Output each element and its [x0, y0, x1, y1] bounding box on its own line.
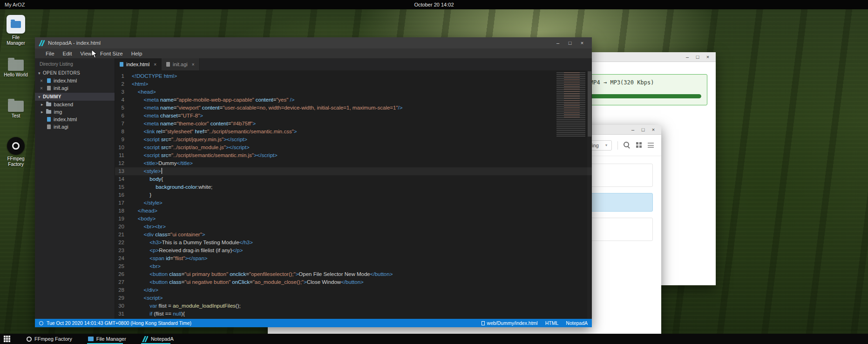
- code-line[interactable]: 25 <br>: [115, 262, 592, 270]
- code-line[interactable]: 4 <meta name="apple-mobile-web-app-capab…: [115, 96, 592, 104]
- folder-icon: [46, 110, 51, 114]
- code-line[interactable]: 6 <meta charset="UTF-8">: [115, 112, 592, 120]
- code-line[interactable]: 9 <script src="../script/jquery.min.js">…: [115, 136, 592, 144]
- status-language[interactable]: HTML: [545, 320, 559, 326]
- status-file-path[interactable]: web/Dummy/index.html: [487, 320, 538, 326]
- open-editor-item[interactable]: × init.agi: [35, 84, 115, 92]
- host-menu-label[interactable]: My ArOZ: [5, 2, 25, 7]
- file-icon: [47, 124, 51, 129]
- code-line[interactable]: 30 var flist = ao_module_loadInputFiles(…: [115, 302, 592, 310]
- folder-icon: [46, 103, 51, 106]
- status-datetime: Tue Oct 20 2020 14:01:43 GMT+0800 (Hong …: [47, 320, 191, 326]
- tree-item-name: img: [54, 109, 62, 115]
- close-icon[interactable]: ×: [40, 86, 44, 91]
- folder-icon: [8, 101, 24, 112]
- code-line[interactable]: 23 <p>Received drag-in filelist (if any)…: [115, 247, 592, 255]
- tree-item-init-agi[interactable]: init.agi: [35, 123, 115, 131]
- code-line[interactable]: 10 <script src="../script/ao_module.js">…: [115, 144, 592, 151]
- code-line[interactable]: 26 <button class="ui primary button" onc…: [115, 270, 592, 278]
- desktop-icon-ffmpeg-factory[interactable]: FFmpeg Factory: [3, 137, 29, 167]
- tree-item-img[interactable]: ▸ img: [35, 108, 115, 116]
- menu-help[interactable]: Help: [127, 50, 147, 57]
- code-line[interactable]: 22 <h3>This is a Dummy Testing Module</h…: [115, 239, 592, 247]
- project-section-header[interactable]: ▾ DUMMY: [35, 93, 115, 101]
- code-line[interactable]: 2<html>: [115, 80, 592, 88]
- scrollbar[interactable]: [587, 70, 592, 319]
- code-line[interactable]: 20 <br><br>: [115, 223, 592, 231]
- code-line[interactable]: 3 <head>: [115, 88, 592, 96]
- desktop-icon-file-manager[interactable]: File Manager: [3, 15, 29, 46]
- code-line[interactable]: 19 <body>: [115, 215, 592, 223]
- code-line[interactable]: 8 <link rel="stylesheet" href="../script…: [115, 128, 592, 136]
- code-line[interactable]: 24 <span id="flist"></span>: [115, 255, 592, 262]
- window-title: NotepadA - index.html: [48, 40, 101, 46]
- desktop-icon-label: Test: [12, 113, 20, 119]
- maximize-button[interactable]: □: [638, 125, 648, 134]
- desktop-icon-test[interactable]: Test: [3, 101, 29, 119]
- maximize-button[interactable]: □: [692, 52, 703, 62]
- taskbar-item-ffmpeg-factory[interactable]: FFmpeg Factory: [25, 334, 74, 344]
- code-line[interactable]: 27 <button class="ui negative button" on…: [115, 278, 592, 286]
- window-titlebar[interactable]: NotepadA - index.html – □ ×: [35, 37, 592, 48]
- close-button[interactable]: ×: [576, 37, 588, 48]
- menu-file[interactable]: File: [41, 50, 59, 57]
- file-icon: [120, 62, 123, 67]
- close-icon[interactable]: ×: [192, 62, 195, 67]
- menu-font-size[interactable]: Font Size: [96, 50, 127, 57]
- code-line[interactable]: 11 <script src="../script/semantic/seman…: [115, 151, 592, 159]
- file-icon: [166, 62, 170, 67]
- taskbar-item-label: File Manager: [96, 336, 126, 342]
- code-line[interactable]: 15 background-color:white;: [115, 183, 592, 191]
- tree-item-index-html[interactable]: index.html: [35, 116, 115, 123]
- tab-init-agi[interactable]: init.agi ×: [162, 58, 200, 70]
- menu-edit[interactable]: Edit: [59, 50, 76, 57]
- file-icon: [47, 78, 51, 83]
- chevron-down-icon: ▾: [38, 71, 41, 76]
- minimize-button[interactable]: –: [682, 52, 692, 62]
- close-icon[interactable]: ×: [40, 78, 44, 83]
- code-line[interactable]: 12 <title>Dummy</title>: [115, 159, 592, 167]
- search-icon[interactable]: [624, 142, 631, 149]
- code-line[interactable]: 7 <meta name="theme-color" content="#4b7…: [115, 120, 592, 128]
- sidebar: Directory Listing ▾ OPEN EDITORS × index…: [35, 58, 115, 319]
- grid-dots-icon: [4, 336, 6, 337]
- code-line[interactable]: 28 </div>: [115, 286, 592, 294]
- start-menu-button[interactable]: [4, 335, 12, 343]
- tree-item-name: index.html: [54, 117, 77, 122]
- project-name: DUMMY: [43, 94, 61, 99]
- code-line[interactable]: 14 body{: [115, 175, 592, 183]
- tree-item-name: init.agi: [54, 124, 68, 130]
- minimize-button[interactable]: –: [552, 37, 564, 48]
- grid-view-icon[interactable]: [636, 142, 642, 148]
- menu-bar: File Edit View Font Size Help: [35, 48, 592, 58]
- code-editor[interactable]: 1<!DOCTYPE html>2<html>3 <head>4 <meta n…: [115, 70, 592, 319]
- code-line[interactable]: 16 }: [115, 191, 592, 199]
- open-editor-item[interactable]: × index.html: [35, 77, 115, 84]
- close-button[interactable]: ×: [648, 125, 658, 134]
- maximize-button[interactable]: □: [564, 37, 576, 48]
- minimize-button[interactable]: –: [628, 125, 638, 134]
- ffmpeg-factory-icon: [27, 337, 32, 342]
- desktop-icon-hello-world[interactable]: Hello World: [3, 60, 29, 78]
- close-button[interactable]: ×: [703, 52, 713, 62]
- close-icon[interactable]: ×: [154, 62, 156, 67]
- open-editors-section-header[interactable]: ▾ OPEN EDITORS: [35, 69, 115, 77]
- taskbar-item-label: FFmpeg Factory: [34, 336, 72, 342]
- tree-item-backend[interactable]: ▸ backend: [35, 101, 115, 108]
- code-line[interactable]: 18 </head>: [115, 207, 592, 215]
- code-line[interactable]: 17 </style>: [115, 199, 592, 207]
- code-line[interactable]: 1<!DOCTYPE html>: [115, 72, 592, 80]
- file-manager-app-icon: [7, 15, 25, 34]
- code-line[interactable]: 31 if (flist == null){: [115, 310, 592, 318]
- code-line[interactable]: 21 <div class="ui container">: [115, 231, 592, 239]
- file-manager-icon: [88, 337, 94, 341]
- code-line[interactable]: 29 <script>: [115, 294, 592, 302]
- code-line[interactable]: 5 <meta name="viewport" content="user-sc…: [115, 104, 592, 112]
- code-line[interactable]: 13 <style>: [115, 167, 592, 175]
- list-view-icon[interactable]: [648, 143, 654, 148]
- chevron-right-icon: ▸: [41, 102, 43, 107]
- taskbar-item-file-manager[interactable]: File Manager: [87, 334, 128, 344]
- taskbar-item-notepada[interactable]: NotepadA: [141, 334, 175, 344]
- minimap[interactable]: [556, 72, 585, 137]
- tab-index-html[interactable]: index.html ×: [115, 58, 162, 70]
